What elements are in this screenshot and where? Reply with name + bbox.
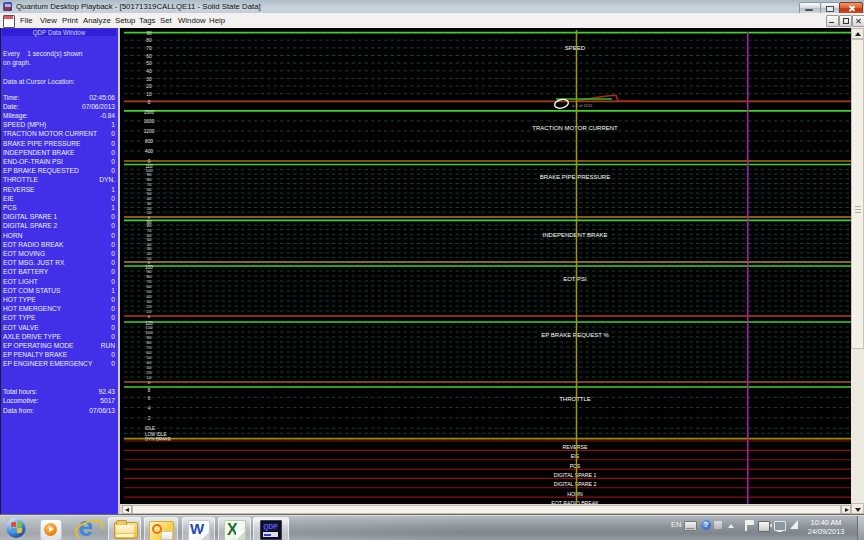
svg-text:50: 50 [146, 61, 152, 66]
svg-text:30: 30 [146, 77, 152, 82]
svg-text:EOT RADIO BREAK: EOT RADIO BREAK [551, 500, 599, 504]
svg-text:PCS: PCS [570, 463, 581, 469]
svg-text:DIGITAL SPARE 2: DIGITAL SPARE 2 [554, 481, 597, 487]
svg-text:DIGITAL SPARE 1: DIGITAL SPARE 1 [554, 472, 597, 478]
svg-text:THROTTLE: THROTTLE [559, 396, 591, 402]
svg-text:EOT PSI: EOT PSI [563, 276, 587, 282]
svg-text:INDEPENDENT BRAKE: INDEPENDENT BRAKE [543, 232, 608, 238]
svg-text:90: 90 [146, 220, 152, 225]
svg-text:a 1 of 2011: a 1 of 2011 [572, 103, 593, 108]
svg-text:110: 110 [145, 164, 153, 169]
svg-text:100: 100 [145, 265, 153, 270]
svg-text:0: 0 [148, 100, 151, 105]
svg-text:20: 20 [146, 84, 152, 89]
svg-text:60: 60 [146, 54, 152, 59]
svg-text:800: 800 [145, 139, 153, 144]
svg-text:2000: 2000 [144, 110, 155, 115]
svg-text:90: 90 [146, 31, 152, 36]
svg-text:EIE: EIE [571, 453, 580, 459]
svg-text:40: 40 [146, 69, 152, 74]
svg-text:10: 10 [146, 92, 152, 97]
svg-text:120: 120 [145, 321, 153, 326]
svg-text:70: 70 [146, 46, 152, 51]
svg-text:80: 80 [146, 38, 152, 43]
svg-text:1200: 1200 [144, 129, 155, 134]
svg-text:HORN: HORN [567, 491, 583, 497]
svg-text:SPEED: SPEED [565, 45, 586, 51]
svg-text:400: 400 [145, 149, 153, 154]
svg-text:1600: 1600 [144, 119, 155, 124]
svg-text:REVERSE: REVERSE [563, 444, 588, 450]
svg-text:EP BRAKE REQUEST %: EP BRAKE REQUEST % [541, 332, 609, 338]
svg-text:BRAKE PIPE PRESSURE: BRAKE PIPE PRESSURE [540, 174, 610, 180]
svg-text:TRACTION MOTOR CURRENT: TRACTION MOTOR CURRENT [532, 125, 618, 131]
